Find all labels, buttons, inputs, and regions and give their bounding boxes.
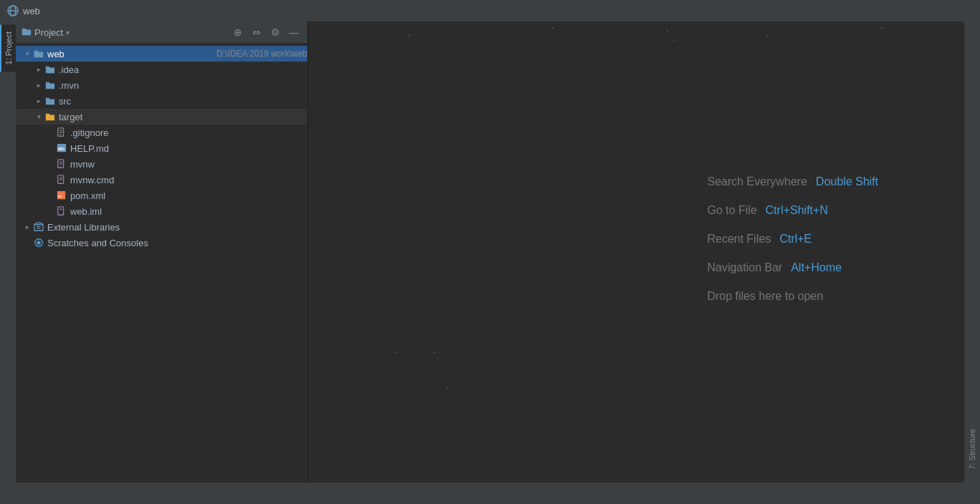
panel-dropdown-arrow[interactable]: ▾ xyxy=(66,29,69,37)
tree-item-helpmd[interactable]: MD HELP.md xyxy=(16,140,307,156)
shortcut-search-everywhere: Search Everywhere Double Shift xyxy=(707,175,878,188)
tree-arrow-idea xyxy=(33,64,44,75)
settings-button[interactable]: ⚙ xyxy=(267,24,283,40)
tree-label-target: target xyxy=(59,112,307,122)
tree-label-mvn: .mvn xyxy=(59,80,307,91)
svg-rect-19 xyxy=(34,225,43,231)
tree-path-web: D:\IDEA 2019 work\web xyxy=(216,49,307,59)
shortcut-key-search: Double Shift xyxy=(816,175,878,188)
tree-arrow-target xyxy=(33,111,44,122)
main-area: 1: Project Project ▾ ⊕ ⇔ ⚙ — xyxy=(0,21,980,483)
dot-9 xyxy=(446,387,448,389)
file-icon-pomxml: m xyxy=(56,190,67,201)
file-tree: web D:\IDEA 2019 work\web .idea xyxy=(16,43,307,483)
shortcut-label-drop: Drop files here to open xyxy=(707,290,823,303)
folder-icon-mvn xyxy=(44,79,56,91)
project-panel: Project ▾ ⊕ ⇔ ⚙ — web D:\IDEA 2019 work\… xyxy=(16,21,308,483)
tree-item-mvnw[interactable]: mvnw xyxy=(16,156,307,172)
folder-icon-idea xyxy=(44,64,56,75)
ext-libs-icon xyxy=(33,221,44,233)
file-icon-webiml xyxy=(56,205,67,217)
shortcut-recent-files: Recent Files Ctrl+E xyxy=(707,233,878,246)
svg-text:MD: MD xyxy=(58,146,65,151)
shortcut-key-nav: Alt+Home xyxy=(791,261,842,274)
shortcut-goto-file: Go to File Ctrl+Shift+N xyxy=(707,204,878,217)
shortcut-label-search: Search Everywhere xyxy=(707,175,807,188)
tree-label-helpmd: HELP.md xyxy=(70,143,307,154)
tree-item-web[interactable]: web D:\IDEA 2019 work\web xyxy=(16,46,307,62)
tree-label-src: src xyxy=(59,96,307,107)
file-icon-mvnwcmd xyxy=(56,174,67,185)
tree-label-mvnw: mvnw xyxy=(70,159,307,170)
tree-arrow-mvn xyxy=(33,79,44,91)
tree-item-mvn[interactable]: .mvn xyxy=(16,77,307,93)
tree-label-web: web xyxy=(47,49,212,59)
tree-item-external-libraries[interactable]: External Libraries xyxy=(16,219,307,235)
shortcut-nav-bar: Navigation Bar Alt+Home xyxy=(707,261,878,274)
shortcut-label-recent: Recent Files xyxy=(707,233,771,246)
tree-label-pomxml: pom.xml xyxy=(70,190,307,201)
tree-label-idea: .idea xyxy=(59,64,307,75)
tree-arrow-src xyxy=(33,95,44,107)
tree-item-scratches[interactable]: Scratches and Consoles xyxy=(16,235,307,251)
file-icon-gitignore xyxy=(56,127,67,138)
tree-arrow-ext-libs xyxy=(21,221,33,233)
app-title: web xyxy=(23,6,40,16)
tree-item-target[interactable]: target xyxy=(16,109,307,125)
svg-rect-17 xyxy=(58,207,64,215)
panel-folder-icon xyxy=(21,26,32,39)
tree-item-pomxml[interactable]: m pom.xml xyxy=(16,188,307,203)
close-button[interactable]: — xyxy=(286,24,302,40)
tree-item-idea[interactable]: .idea xyxy=(16,62,307,77)
tree-arrow-scratches xyxy=(21,237,33,248)
shortcuts-panel: Search Everywhere Double Shift Go to Fil… xyxy=(707,175,878,303)
svg-text:m: m xyxy=(58,193,62,198)
panel-header: Project ▾ ⊕ ⇔ ⚙ — xyxy=(16,21,307,43)
svg-point-23 xyxy=(37,241,40,244)
shortcut-label-goto: Go to File xyxy=(707,204,756,217)
folder-icon-web xyxy=(33,48,44,59)
tree-label-ext-libs: External Libraries xyxy=(47,222,307,233)
folder-icon-target xyxy=(44,111,56,122)
tree-label-webiml: web.iml xyxy=(70,206,307,217)
panel-title: Project ▾ xyxy=(21,26,69,39)
project-tab[interactable]: 1: Project xyxy=(0,24,16,72)
left-tabs: 1: Project xyxy=(0,21,16,483)
collapse-button[interactable]: ⇔ xyxy=(249,24,264,40)
tree-label-scratches: Scratches and Consoles xyxy=(47,238,307,248)
file-icon-mvnw xyxy=(56,158,67,170)
tree-label-mvnwcmd: mvnw.cmd xyxy=(70,175,307,185)
add-content-button[interactable]: ⊕ xyxy=(230,24,246,40)
editor-area: Search Everywhere Double Shift Go to Fil… xyxy=(308,21,964,483)
scratches-icon xyxy=(33,237,44,248)
file-icon-helpmd: MD xyxy=(56,142,67,154)
status-bar xyxy=(0,483,980,504)
tree-item-mvnwcmd[interactable]: mvnw.cmd xyxy=(16,172,307,188)
dot-8 xyxy=(433,352,436,354)
title-bar: web xyxy=(0,0,980,21)
tree-item-src[interactable]: src xyxy=(16,93,307,109)
shortcut-label-nav: Navigation Bar xyxy=(707,261,782,274)
structure-tab-label[interactable]: 7: Structure xyxy=(966,423,979,475)
editor-content: Search Everywhere Double Shift Go to Fil… xyxy=(308,21,964,483)
tree-label-gitignore: .gitignore xyxy=(70,127,307,138)
tree-item-webiml[interactable]: web.iml xyxy=(16,203,307,219)
app-icon xyxy=(7,5,19,16)
shortcut-drop-files: Drop files here to open xyxy=(707,290,878,303)
shortcut-key-goto: Ctrl+Shift+N xyxy=(766,204,828,217)
dot-7 xyxy=(394,352,396,354)
tree-arrow-web xyxy=(21,48,33,59)
structure-panel: 7: Structure xyxy=(964,21,980,483)
shortcut-key-recent: Ctrl+E xyxy=(779,233,812,246)
tree-item-gitignore[interactable]: .gitignore xyxy=(16,125,307,140)
folder-icon-src xyxy=(44,95,56,107)
